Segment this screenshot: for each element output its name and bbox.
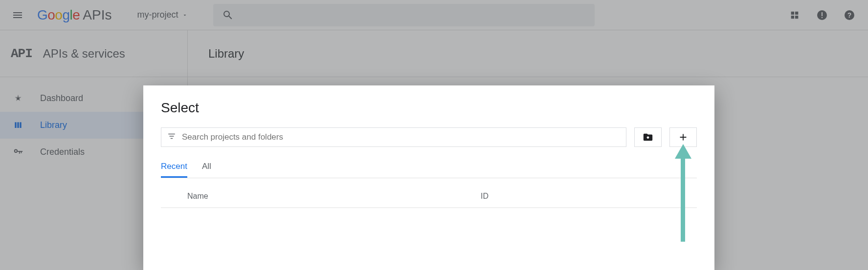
project-search-input[interactable] bbox=[182, 132, 620, 142]
tab-recent[interactable]: Recent bbox=[161, 157, 187, 178]
dialog-tabs: Recent All bbox=[161, 157, 697, 178]
filter-icon bbox=[167, 132, 176, 143]
column-id: ID bbox=[481, 192, 489, 201]
new-project-button[interactable] bbox=[669, 127, 697, 147]
dialog-title: Select bbox=[161, 100, 697, 116]
project-select-dialog: Select Recent All Name ID bbox=[143, 85, 714, 270]
project-search-input-wrap[interactable] bbox=[161, 127, 626, 147]
plus-icon bbox=[678, 132, 689, 143]
manage-folders-button[interactable] bbox=[634, 127, 662, 147]
table-header: Name ID bbox=[161, 178, 697, 208]
column-name: Name bbox=[187, 192, 481, 201]
folder-gear-icon bbox=[643, 132, 653, 143]
tab-all[interactable]: All bbox=[202, 157, 211, 178]
dialog-search-row bbox=[161, 127, 697, 147]
